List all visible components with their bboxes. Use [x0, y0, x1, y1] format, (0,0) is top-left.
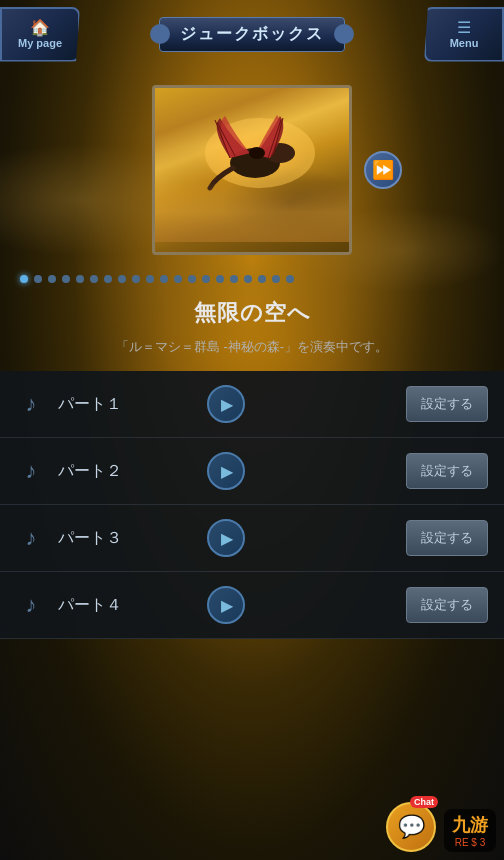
dot-10[interactable]	[160, 275, 168, 283]
svg-point-3	[249, 147, 265, 159]
jiuyou-logo: 九游 RE $ 3	[444, 809, 496, 852]
set-button-1[interactable]: 設定する	[406, 386, 488, 422]
dot-3[interactable]	[62, 275, 70, 283]
page-title: ジュークボックス	[180, 25, 324, 42]
dots-indicator	[0, 265, 504, 293]
jiuyou-sub: RE $ 3	[455, 837, 486, 848]
track-item-4: ♪ パート４ ▶ 設定する	[0, 572, 504, 639]
dot-11[interactable]	[174, 275, 182, 283]
dot-16[interactable]	[244, 275, 252, 283]
track-name-2: パート２	[58, 461, 195, 482]
menu-button[interactable]: ☰ Menu	[424, 7, 504, 62]
dot-9[interactable]	[146, 275, 154, 283]
dot-8[interactable]	[132, 275, 140, 283]
track-item-2: ♪ パート２ ▶ 設定する	[0, 438, 504, 505]
play-button-1[interactable]: ▶	[207, 385, 245, 423]
play-icon-3: ▶	[221, 529, 233, 548]
music-note-4: ♪	[16, 592, 46, 618]
my-page-label: My page	[18, 37, 62, 50]
bottom-overlay: Chat 💬 九游 RE $ 3	[378, 794, 504, 860]
title-bar: ジュークボックス	[159, 17, 345, 52]
top-navigation: 🏠 My page ジュークボックス ☰ Menu	[0, 0, 504, 60]
dot-18[interactable]	[272, 275, 280, 283]
jiuyou-text: 九游	[452, 813, 488, 837]
title-area: ジュークボックス	[80, 17, 424, 52]
play-icon-1: ▶	[221, 395, 233, 414]
album-container: ⏩	[152, 85, 352, 255]
music-note-1: ♪	[16, 391, 46, 417]
chat-button[interactable]: Chat 💬	[386, 802, 436, 852]
play-icon-4: ▶	[221, 596, 233, 615]
menu-label: Menu	[450, 37, 479, 50]
menu-icon: ☰	[457, 18, 471, 37]
play-button-3[interactable]: ▶	[207, 519, 245, 557]
forward-button[interactable]: ⏩	[364, 151, 402, 189]
dot-7[interactable]	[118, 275, 126, 283]
track-list: ♪ パート１ ▶ 設定する ♪ パート２ ▶ 設定する ♪ パート３ ▶ 設定す…	[0, 371, 504, 639]
dot-15[interactable]	[230, 275, 238, 283]
play-icon-2: ▶	[221, 462, 233, 481]
set-button-3[interactable]: 設定する	[406, 520, 488, 556]
dot-2[interactable]	[48, 275, 56, 283]
album-section: ⏩	[0, 65, 504, 265]
music-note-2: ♪	[16, 458, 46, 484]
my-page-button[interactable]: 🏠 My page	[0, 7, 80, 62]
home-icon: 🏠	[30, 18, 50, 37]
album-art	[152, 85, 352, 255]
dot-19[interactable]	[286, 275, 294, 283]
set-button-4[interactable]: 設定する	[406, 587, 488, 623]
dot-17[interactable]	[258, 275, 266, 283]
play-button-4[interactable]: ▶	[207, 586, 245, 624]
track-name-1: パート１	[58, 394, 195, 415]
main-content: ⏩ 無限の空へ 「ル＝マシ＝群島 -神秘の森-」を演奏中です。 ♪ パート１ ▶…	[0, 65, 504, 639]
dot-5[interactable]	[90, 275, 98, 283]
track-item-3: ♪ パート３ ▶ 設定する	[0, 505, 504, 572]
song-title: 無限の空へ	[0, 293, 504, 333]
dot-12[interactable]	[188, 275, 196, 283]
dot-6[interactable]	[104, 275, 112, 283]
dot-1[interactable]	[34, 275, 42, 283]
forward-icon: ⏩	[372, 159, 394, 181]
track-name-4: パート４	[58, 595, 195, 616]
set-button-2[interactable]: 設定する	[406, 453, 488, 489]
dot-0[interactable]	[20, 275, 28, 283]
track-name-3: パート３	[58, 528, 195, 549]
dot-4[interactable]	[76, 275, 84, 283]
dot-14[interactable]	[216, 275, 224, 283]
now-playing: 「ル＝マシ＝群島 -神秘の森-」を演奏中です。	[0, 333, 504, 371]
play-button-2[interactable]: ▶	[207, 452, 245, 490]
chat-icon: 💬	[398, 814, 425, 840]
track-item-1: ♪ パート１ ▶ 設定する	[0, 371, 504, 438]
album-clouds	[155, 182, 349, 242]
chat-label: Chat	[410, 796, 438, 808]
dot-13[interactable]	[202, 275, 210, 283]
music-note-3: ♪	[16, 525, 46, 551]
